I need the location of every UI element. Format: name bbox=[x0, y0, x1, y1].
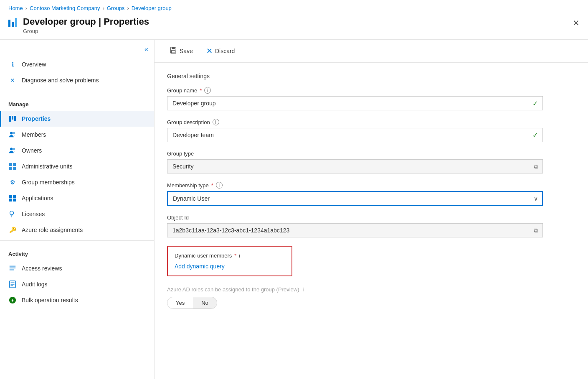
group-description-input-wrapper: ✓ bbox=[167, 128, 543, 142]
sidebar-label-licenses: Licenses bbox=[22, 211, 45, 217]
discard-icon: ✕ bbox=[206, 46, 213, 56]
object-id-input-wrapper: ⧉ bbox=[167, 223, 543, 237]
sidebar-item-overview[interactable]: ℹ Overview bbox=[0, 56, 154, 72]
svg-point-5 bbox=[10, 148, 13, 150]
breadcrumb: Home › Contoso Marketing Company › Group… bbox=[0, 0, 588, 13]
svg-point-4 bbox=[13, 132, 15, 134]
breadcrumb-company[interactable]: Contoso Marketing Company bbox=[30, 5, 100, 11]
sidebar-label-diagnose: Diagnose and solve problems bbox=[22, 77, 99, 84]
discard-button[interactable]: ✕ Discard bbox=[204, 45, 237, 57]
sidebar-label-group-memberships: Group memberships bbox=[22, 179, 75, 186]
group-type-label: Group type bbox=[167, 150, 543, 157]
logo-icon bbox=[8, 18, 17, 27]
page-subtitle: Group bbox=[23, 28, 149, 34]
breadcrumb-home[interactable]: Home bbox=[8, 5, 23, 11]
audit-logs-icon bbox=[8, 280, 17, 288]
breadcrumb-groups[interactable]: Groups bbox=[107, 5, 125, 11]
svg-rect-12 bbox=[13, 195, 16, 198]
sidebar-label-audit-logs: Audit logs bbox=[22, 281, 47, 288]
azure-ad-yes-button[interactable]: Yes bbox=[167, 297, 193, 309]
access-reviews-icon bbox=[8, 264, 17, 273]
azure-ad-info-icon[interactable]: i bbox=[303, 286, 304, 293]
page-header: Developer group | Properties Group ✕ bbox=[0, 13, 588, 40]
object-id-field: Object Id ⧉ bbox=[167, 214, 543, 237]
sidebar-item-applications[interactable]: Applications bbox=[0, 190, 154, 206]
object-id-label: Object Id bbox=[167, 214, 543, 221]
sidebar-item-audit-logs[interactable]: Audit logs bbox=[0, 276, 154, 292]
sidebar-label-owners: Owners bbox=[22, 147, 42, 154]
svg-point-3 bbox=[10, 132, 13, 134]
manage-section-label: Manage bbox=[0, 94, 154, 111]
sidebar-label-overview: Overview bbox=[22, 61, 46, 68]
sidebar-item-access-reviews[interactable]: Access reviews bbox=[0, 260, 154, 276]
collapse-button[interactable]: « bbox=[143, 44, 150, 55]
sidebar-label-members: Members bbox=[22, 131, 46, 138]
group-description-field: Group description i ✓ bbox=[167, 119, 543, 142]
sidebar-label-access-reviews: Access reviews bbox=[22, 265, 62, 272]
group-name-input[interactable] bbox=[167, 96, 543, 110]
licenses-icon bbox=[8, 210, 17, 218]
azure-ad-no-button[interactable]: No bbox=[193, 297, 217, 309]
page-logo bbox=[8, 18, 17, 27]
membership-type-info-icon[interactable]: i bbox=[216, 182, 223, 189]
sidebar-label-admin-units: Administrative units bbox=[22, 163, 72, 170]
sidebar-item-members[interactable]: Members bbox=[0, 127, 154, 143]
object-id-input bbox=[167, 223, 543, 237]
dynamic-members-label: Dynamic user members * i bbox=[175, 252, 285, 259]
svg-rect-0 bbox=[9, 116, 11, 122]
azure-ad-section: Azure AD roles can be assigned to the gr… bbox=[167, 286, 543, 309]
object-id-copy-icon[interactable]: ⧉ bbox=[534, 227, 538, 234]
dynamic-members-required: * bbox=[234, 252, 236, 259]
close-button[interactable]: ✕ bbox=[573, 19, 580, 27]
sidebar-item-licenses[interactable]: Licenses bbox=[0, 206, 154, 222]
svg-rect-11 bbox=[9, 195, 12, 198]
sidebar-divider-2 bbox=[0, 240, 154, 241]
form-area: General settings Group name * i ✓ Group … bbox=[155, 63, 555, 319]
group-description-input[interactable] bbox=[167, 128, 543, 142]
group-type-copy-icon[interactable]: ⧉ bbox=[534, 163, 538, 170]
breadcrumb-developer-group[interactable]: Developer group bbox=[132, 5, 172, 11]
dynamic-members-info-icon[interactable]: i bbox=[239, 252, 240, 259]
discard-label: Discard bbox=[215, 48, 235, 54]
group-name-field: Group name * i ✓ bbox=[167, 87, 543, 110]
group-type-input bbox=[167, 159, 543, 173]
group-description-label: Group description i bbox=[167, 119, 543, 125]
sidebar-item-admin-units[interactable]: Administrative units bbox=[0, 158, 154, 174]
members-icon bbox=[8, 130, 17, 139]
membership-type-select[interactable]: Assigned Dynamic User Dynamic Device bbox=[167, 191, 543, 206]
toolbar: Save ✕ Discard bbox=[155, 40, 588, 63]
sidebar-item-group-memberships[interactable]: ⚙ Group memberships bbox=[0, 174, 154, 190]
sidebar-item-diagnose[interactable]: ✕ Diagnose and solve problems bbox=[0, 72, 154, 88]
group-description-info-icon[interactable]: i bbox=[213, 119, 219, 125]
save-button[interactable]: Save bbox=[167, 45, 195, 57]
properties-icon bbox=[8, 115, 17, 123]
applications-icon bbox=[8, 194, 17, 202]
sidebar-label-properties: Properties bbox=[22, 115, 51, 122]
sidebar-item-azure-role[interactable]: 🔑 Azure role assignments bbox=[0, 222, 154, 238]
svg-rect-9 bbox=[9, 167, 12, 170]
diagnose-icon: ✕ bbox=[8, 76, 17, 84]
svg-rect-7 bbox=[9, 163, 12, 166]
group-name-input-wrapper: ✓ bbox=[167, 96, 543, 110]
owners-icon bbox=[8, 146, 17, 155]
add-dynamic-query-link[interactable]: Add dynamic query bbox=[175, 263, 225, 270]
svg-rect-8 bbox=[13, 163, 16, 166]
dynamic-members-field: Dynamic user members * i Add dynamic que… bbox=[167, 246, 543, 276]
group-description-check-icon: ✓ bbox=[532, 131, 538, 139]
sidebar-item-properties[interactable]: Properties bbox=[0, 111, 154, 127]
group-name-info-icon[interactable]: i bbox=[204, 87, 211, 94]
sidebar-label-applications: Applications bbox=[22, 195, 53, 201]
sidebar-item-owners[interactable]: Owners bbox=[0, 143, 154, 158]
page-title-text: Developer group | Properties Group bbox=[23, 16, 149, 34]
dynamic-members-box: Dynamic user members * i Add dynamic que… bbox=[167, 246, 292, 276]
admin-units-icon bbox=[8, 162, 17, 171]
sidebar-label-azure-role: Azure role assignments bbox=[22, 227, 83, 233]
svg-point-6 bbox=[13, 148, 15, 150]
membership-type-select-wrapper: Assigned Dynamic User Dynamic Device ∨ bbox=[167, 191, 543, 206]
sidebar-item-bulk-op[interactable]: ♦ Bulk operation results bbox=[0, 292, 154, 308]
azure-role-icon: 🔑 bbox=[8, 226, 17, 234]
group-type-input-wrapper: ⧉ bbox=[167, 159, 543, 173]
svg-rect-13 bbox=[9, 199, 12, 201]
azure-ad-toggle-group: Yes No bbox=[167, 297, 217, 309]
page-title: Developer group | Properties bbox=[23, 16, 149, 27]
